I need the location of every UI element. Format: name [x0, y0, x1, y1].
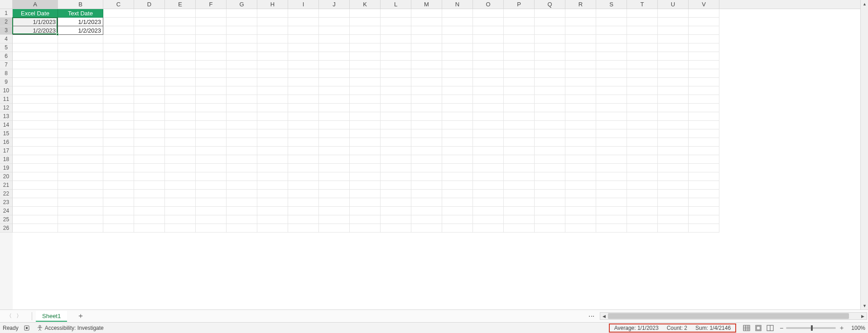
cell-A13[interactable] [13, 112, 58, 121]
cell-K18[interactable] [350, 155, 381, 164]
cell-O7[interactable] [473, 61, 504, 69]
cell-M5[interactable] [411, 43, 442, 52]
cell-I17[interactable] [288, 147, 319, 155]
cell-V15[interactable] [689, 129, 719, 138]
cell-U21[interactable] [658, 181, 689, 190]
cell-S26[interactable] [596, 224, 627, 233]
cell-N9[interactable] [442, 78, 473, 86]
add-sheet-button[interactable]: ＋ [75, 311, 86, 321]
cell-G19[interactable] [227, 164, 257, 172]
cell-P14[interactable] [504, 121, 535, 129]
cell-K2[interactable] [350, 18, 381, 26]
cell-F17[interactable] [196, 147, 227, 155]
cell-H23[interactable] [257, 198, 288, 207]
cell-V23[interactable] [689, 198, 719, 207]
row-header-7[interactable]: 7 [0, 61, 13, 69]
cell-P17[interactable] [504, 147, 535, 155]
cell-I18[interactable] [288, 155, 319, 164]
cell-L26[interactable] [381, 224, 411, 233]
cell-C7[interactable] [103, 61, 134, 69]
cell-D24[interactable] [134, 207, 165, 215]
cell-A16[interactable] [13, 138, 58, 147]
cell-M12[interactable] [411, 104, 442, 112]
cell-B6[interactable] [58, 52, 103, 61]
cell-Q10[interactable] [535, 86, 565, 95]
cell-K7[interactable] [350, 61, 381, 69]
column-header-P[interactable]: P [504, 0, 535, 9]
cell-K15[interactable] [350, 129, 381, 138]
cell-Q5[interactable] [535, 43, 565, 52]
cell-S12[interactable] [596, 104, 627, 112]
cell-M4[interactable] [411, 35, 442, 43]
cell-A12[interactable] [13, 104, 58, 112]
cell-C4[interactable] [103, 35, 134, 43]
row-header-11[interactable]: 11 [0, 95, 13, 104]
cell-G24[interactable] [227, 207, 257, 215]
cell-T26[interactable] [627, 224, 658, 233]
cell-G10[interactable] [227, 86, 257, 95]
cell-Q9[interactable] [535, 78, 565, 86]
cell-J9[interactable] [319, 78, 350, 86]
cell-V8[interactable] [689, 69, 719, 78]
vertical-scroll-track[interactable] [861, 8, 868, 302]
row-header-9[interactable]: 9 [0, 78, 13, 86]
cell-O15[interactable] [473, 129, 504, 138]
cell-F25[interactable] [196, 215, 227, 224]
cell-K22[interactable] [350, 190, 381, 198]
cell-I20[interactable] [288, 172, 319, 181]
cell-D7[interactable] [134, 61, 165, 69]
cell-E25[interactable] [165, 215, 196, 224]
cell-R13[interactable] [565, 112, 596, 121]
cell-F7[interactable] [196, 61, 227, 69]
cell-J8[interactable] [319, 69, 350, 78]
cell-E17[interactable] [165, 147, 196, 155]
cell-R18[interactable] [565, 155, 596, 164]
cell-A14[interactable] [13, 121, 58, 129]
cell-V24[interactable] [689, 207, 719, 215]
cell-A10[interactable] [13, 86, 58, 95]
cell-G21[interactable] [227, 181, 257, 190]
cell-L10[interactable] [381, 86, 411, 95]
cell-N4[interactable] [442, 35, 473, 43]
cell-O21[interactable] [473, 181, 504, 190]
cell-K16[interactable] [350, 138, 381, 147]
cell-T11[interactable] [627, 95, 658, 104]
cell-A19[interactable] [13, 164, 58, 172]
cell-I23[interactable] [288, 198, 319, 207]
cell-R1[interactable] [565, 9, 596, 18]
column-header-U[interactable]: U [658, 0, 689, 9]
cell-G8[interactable] [227, 69, 257, 78]
cell-T20[interactable] [627, 172, 658, 181]
cell-Q18[interactable] [535, 155, 565, 164]
cell-H11[interactable] [257, 95, 288, 104]
cell-J2[interactable] [319, 18, 350, 26]
cell-S4[interactable] [596, 35, 627, 43]
cell-G2[interactable] [227, 18, 257, 26]
cell-L11[interactable] [381, 95, 411, 104]
cell-V6[interactable] [689, 52, 719, 61]
cell-A25[interactable] [13, 215, 58, 224]
cell-D1[interactable] [134, 9, 165, 18]
cell-U25[interactable] [658, 215, 689, 224]
scroll-up-arrow-icon[interactable]: ▲ [861, 0, 868, 8]
cell-E15[interactable] [165, 129, 196, 138]
cell-N13[interactable] [442, 112, 473, 121]
cell-G6[interactable] [227, 52, 257, 61]
cell-I10[interactable] [288, 86, 319, 95]
cell-N22[interactable] [442, 190, 473, 198]
cell-C12[interactable] [103, 104, 134, 112]
cell-T4[interactable] [627, 35, 658, 43]
next-sheet-button[interactable]: 〉 [16, 312, 22, 320]
cell-K19[interactable] [350, 164, 381, 172]
horizontal-scroll-track[interactable] [608, 313, 859, 319]
column-header-N[interactable]: N [442, 0, 473, 9]
cell-V20[interactable] [689, 172, 719, 181]
cell-I5[interactable] [288, 43, 319, 52]
cell-N2[interactable] [442, 18, 473, 26]
cell-C8[interactable] [103, 69, 134, 78]
cell-V1[interactable] [689, 9, 719, 18]
cell-M3[interactable] [411, 26, 442, 35]
cell-P13[interactable] [504, 112, 535, 121]
row-header-21[interactable]: 21 [0, 181, 13, 190]
cell-E18[interactable] [165, 155, 196, 164]
